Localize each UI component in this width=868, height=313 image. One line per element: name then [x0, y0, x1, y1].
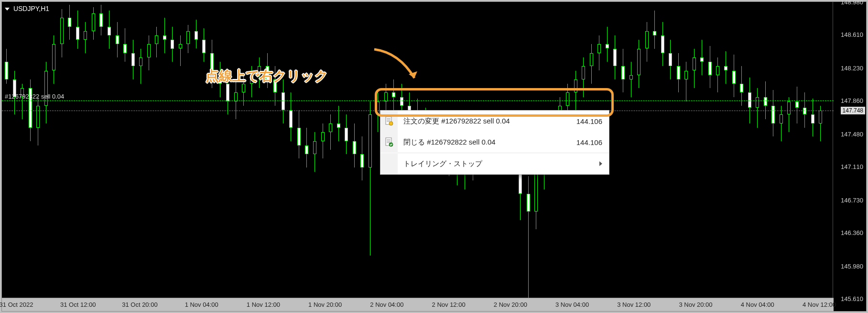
y-tick-label: 148.980	[841, 0, 863, 6]
y-tick-label: 148.230	[841, 64, 863, 71]
menu-item-modify-label: 注文の変更 #126792822 sell 0.04	[403, 117, 510, 126]
x-tick-label: 31 Oct 2022	[0, 301, 33, 308]
menu-item-trailing-label: トレイリング・ストップ	[403, 159, 482, 168]
menu-item-close-order[interactable]: 閉じる #126792822 sell 0.04 144.106	[380, 132, 609, 153]
x-tick-label: 1 Nov 04:00	[185, 301, 218, 308]
symbol-label: USDJPY,H1	[5, 5, 49, 12]
y-tick-label: 147.480	[841, 130, 863, 137]
x-tick-label: 1 Nov 20:00	[308, 301, 342, 308]
y-tick-label: 148.610	[841, 31, 863, 38]
menu-item-close-label: 閉じる #126792822 sell 0.04	[403, 138, 496, 147]
svg-point-5	[389, 122, 393, 125]
current-price-marker: 147.748	[841, 107, 865, 114]
symbol-text: USDJPY,H1	[13, 5, 49, 12]
document-gear-icon	[380, 111, 398, 132]
context-menu: 注文の変更 #126792822 sell 0.04 144.106 閉じる #…	[380, 110, 609, 175]
document-check-icon	[380, 132, 398, 153]
menu-item-modify-order[interactable]: 注文の変更 #126792822 sell 0.04 144.106	[380, 111, 609, 132]
price-axis: 148.980148.610148.230147.860147.480147.1…	[833, 2, 866, 299]
y-tick-label: 147.860	[841, 97, 863, 104]
menu-item-close-price: 144.106	[576, 138, 602, 146]
x-tick-label: 2 Nov 12:00	[432, 301, 466, 308]
order-position-line[interactable]	[2, 101, 834, 101]
y-tick-label: 145.610	[841, 295, 863, 302]
x-tick-label: 3 Nov 04:00	[555, 301, 589, 308]
annotation-callout: 点線上で右クリック	[206, 67, 328, 85]
menu-item-modify-price: 144.106	[576, 117, 602, 125]
x-tick-label: 3 Nov 20:00	[679, 301, 712, 308]
y-tick-label: 145.980	[841, 262, 863, 269]
x-tick-label: 31 Oct 20:00	[122, 301, 157, 308]
x-tick-label: 1 Nov 12:00	[247, 301, 280, 308]
x-tick-label: 31 Oct 12:00	[60, 301, 96, 308]
x-tick-label: 4 Nov 12:00	[803, 301, 836, 308]
x-tick-label: 4 Nov 04:00	[741, 301, 774, 308]
x-tick-label: 2 Nov 20:00	[494, 301, 527, 308]
submenu-arrow-icon	[599, 161, 602, 166]
menu-item-trailing-stop[interactable]: トレイリング・ストップ	[380, 153, 609, 174]
y-tick-label: 146.730	[841, 196, 863, 203]
x-tick-label: 2 Nov 04:00	[370, 301, 403, 308]
time-axis: 31 Oct 202231 Oct 12:0031 Oct 20:001 Nov…	[2, 298, 834, 311]
annotation-arrow-icon	[370, 45, 423, 89]
menu-icon-blank	[380, 153, 398, 174]
y-tick-label: 147.110	[841, 163, 863, 170]
x-tick-label: 3 Nov 12:00	[617, 301, 651, 308]
dropdown-arrow-icon	[5, 8, 10, 11]
order-line-label: #126792822 sell 0.04	[5, 93, 64, 100]
y-tick-label: 146.360	[841, 229, 863, 236]
